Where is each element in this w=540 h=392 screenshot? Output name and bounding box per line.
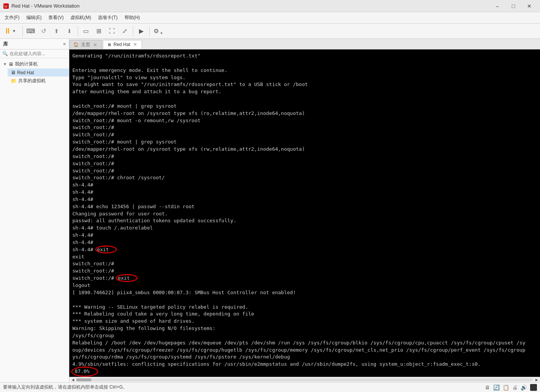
settings-icon: ⚙ bbox=[153, 27, 159, 35]
maximize-button[interactable]: □ bbox=[506, 1, 521, 11]
my-computer-label: 我的计算机 bbox=[15, 61, 38, 67]
minimize-button[interactable]: – bbox=[490, 1, 505, 11]
scroll-thumb[interactable] bbox=[76, 378, 91, 381]
unity-view-button[interactable]: ⊞ bbox=[93, 25, 105, 37]
sidebar-item-shared-vms[interactable]: 📁 共享的虚拟机 bbox=[8, 76, 69, 85]
power-on-icon: ↺ bbox=[41, 27, 46, 35]
sidebar-title: 库 bbox=[3, 41, 8, 48]
restore-snapshot-button[interactable]: ⬇ bbox=[64, 25, 76, 37]
title-bar: W Red Hat - VMware Workstation – □ ✕ bbox=[0, 0, 540, 12]
toolbar-separator-3 bbox=[133, 26, 133, 37]
sidebar: 库 × 🔍 ▼ ▼ 🖥 我的计算机 🖥 Red Hat 📁 共享的虚拟机 bbox=[0, 39, 69, 382]
status-clipboard-icon[interactable]: 📋 bbox=[503, 384, 509, 390]
vm-scrollbar[interactable]: ◀ ▶ bbox=[69, 377, 540, 382]
menu-vm[interactable]: 虚拟机(M) bbox=[67, 13, 94, 22]
scroll-track[interactable] bbox=[76, 378, 533, 381]
menu-help[interactable]: 帮助(H) bbox=[121, 13, 143, 22]
snap-icon: ⤢ bbox=[122, 27, 127, 35]
window-title: Red Hat - VMware Workstation bbox=[11, 3, 490, 9]
app-icon: W bbox=[3, 3, 9, 9]
settings-dropdown-arrow: ▼ bbox=[160, 32, 163, 35]
close-button[interactable]: ✕ bbox=[522, 1, 537, 11]
menu-edit[interactable]: 编辑(E) bbox=[23, 13, 45, 22]
sidebar-close-button[interactable]: × bbox=[63, 41, 66, 47]
redhat-label: Red Hat bbox=[17, 70, 34, 75]
home-tab-icon: 🏠 bbox=[73, 42, 79, 47]
pause-button[interactable]: ⏸ ▼ bbox=[2, 25, 21, 37]
search-input[interactable] bbox=[10, 51, 67, 56]
status-hint: 要将输入定向到该虚拟机，请在虚拟机内部单击或按 Ctrl+G。 bbox=[3, 384, 127, 390]
console-button[interactable]: ▶ bbox=[135, 25, 147, 37]
search-icon: 🔍 bbox=[2, 51, 8, 56]
tab-home[interactable]: 🏠 主页 ✕ bbox=[69, 40, 102, 49]
menu-file[interactable]: 文件(F) bbox=[2, 13, 22, 22]
computer-icon: 🖥 bbox=[8, 61, 13, 67]
console-icon: ▶ bbox=[139, 27, 144, 35]
pause-dropdown-arrow[interactable]: ▼ bbox=[12, 29, 16, 33]
expand-icon: ▼ bbox=[3, 62, 7, 66]
shared-label: 共享的虚拟机 bbox=[18, 78, 46, 84]
status-print-icon[interactable]: 🖨 bbox=[512, 384, 518, 390]
sidebar-tree-sub: 🖥 Red Hat 📁 共享的虚拟机 bbox=[0, 69, 69, 85]
content-area: 🏠 主页 ✕ 🖥 Red Hat ✕ Generating "/run/init… bbox=[69, 39, 540, 382]
status-vm-icon[interactable] bbox=[530, 384, 537, 391]
normal-view-icon: ▭ bbox=[83, 27, 89, 35]
home-tab-label: 主页 bbox=[81, 41, 90, 48]
redhat-tab-close[interactable]: ✕ bbox=[133, 42, 138, 47]
redhat-tab-icon: 🖥 bbox=[107, 42, 111, 47]
pause-icon: ⏸ bbox=[4, 27, 11, 35]
menu-view[interactable]: 查看(V) bbox=[45, 13, 67, 22]
shared-icon: 📁 bbox=[11, 78, 17, 84]
tabs: 🏠 主页 ✕ 🖥 Red Hat ✕ bbox=[69, 39, 540, 49]
svg-text:W: W bbox=[4, 5, 8, 8]
main-layout: 库 × 🔍 ▼ ▼ 🖥 我的计算机 🖥 Red Hat 📁 共享的虚拟机 bbox=[0, 39, 540, 382]
status-bar: 要将输入定向到该虚拟机，请在虚拟机内部单击或按 Ctrl+G。 🖥 🔄 📋 🖨 … bbox=[0, 382, 540, 392]
status-monitor-icon[interactable]: 🖥 bbox=[485, 384, 490, 390]
sidebar-item-redhat[interactable]: 🖥 Red Hat bbox=[8, 69, 69, 76]
toolbar-separator-1 bbox=[22, 26, 23, 37]
redhat-tab-label: Red Hat bbox=[113, 42, 130, 47]
settings-button[interactable]: ⚙ ▼ bbox=[152, 25, 164, 37]
scroll-left-button[interactable]: ◀ bbox=[70, 378, 75, 382]
snapshot-button[interactable]: ⬆ bbox=[51, 25, 63, 37]
status-sound-icon[interactable]: 🔊 bbox=[521, 384, 527, 390]
fullscreen-button[interactable]: ⛶ bbox=[106, 25, 118, 37]
scroll-right-button[interactable]: ▶ bbox=[534, 378, 539, 382]
fullscreen-icon: ⛶ bbox=[109, 28, 115, 35]
vm-icon: 🖥 bbox=[11, 70, 16, 75]
sidebar-item-my-computer[interactable]: ▼ 🖥 我的计算机 bbox=[0, 60, 69, 69]
send-cad-button[interactable]: ⌨ bbox=[25, 25, 37, 37]
unity-view-icon: ⊞ bbox=[96, 27, 101, 35]
menu-tabs[interactable]: 选项卡(T) bbox=[95, 13, 120, 22]
toolbar-separator-4 bbox=[149, 26, 150, 37]
toolbar: ⏸ ▼ ⌨ ↺ ⬆ ⬇ ▭ ⊞ ⛶ ⤢ ▶ ⚙ ▼ bbox=[0, 24, 540, 39]
status-network-icon[interactable]: 🔄 bbox=[493, 384, 500, 390]
restore-icon: ⬇ bbox=[67, 28, 72, 35]
sidebar-header: 库 × bbox=[0, 39, 69, 49]
sidebar-search: 🔍 ▼ bbox=[0, 49, 69, 58]
power-on-button[interactable]: ↺ bbox=[38, 25, 50, 37]
sidebar-tree: ▼ 🖥 我的计算机 🖥 Red Hat 📁 共享的虚拟机 bbox=[0, 58, 69, 87]
normal-view-button[interactable]: ▭ bbox=[80, 25, 92, 37]
tab-redhat[interactable]: 🖥 Red Hat ✕ bbox=[103, 40, 142, 49]
terminal-output: Generating "/run/initramfs/rdsosreport.t… bbox=[72, 53, 540, 375]
vm-screen[interactable]: Generating "/run/initramfs/rdsosreport.t… bbox=[69, 49, 540, 377]
window-controls: – □ ✕ bbox=[490, 1, 537, 11]
status-icons: 🖥 🔄 📋 🖨 🔊 bbox=[485, 384, 537, 391]
snapshot-icon: ⬆ bbox=[54, 28, 59, 35]
snap-button[interactable]: ⤢ bbox=[119, 25, 131, 37]
home-tab-close[interactable]: ✕ bbox=[93, 42, 98, 48]
send-cad-icon: ⌨ bbox=[26, 27, 35, 35]
toolbar-separator-2 bbox=[78, 26, 78, 37]
menu-bar: 文件(F) 编辑(E) 查看(V) 虚拟机(M) 选项卡(T) 帮助(H) bbox=[0, 12, 540, 24]
